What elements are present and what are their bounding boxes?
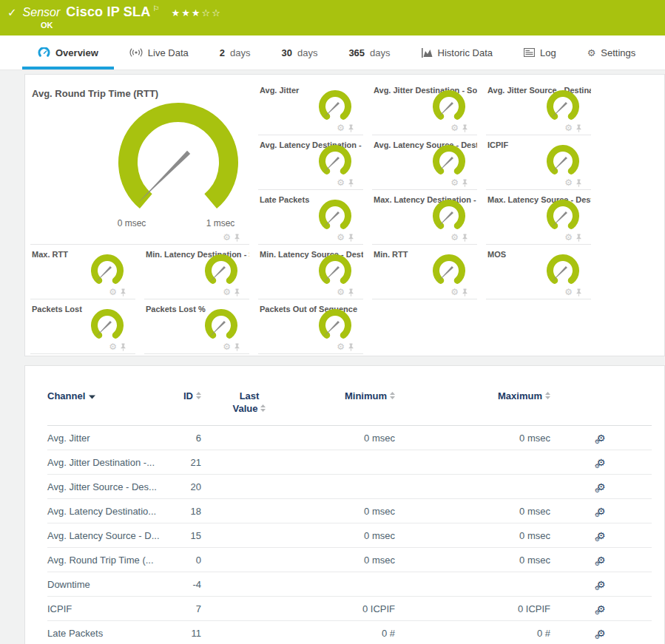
edit-channel-icon[interactable]: ⚙⚙ (597, 628, 606, 639)
panel-gear-icon[interactable]: ⚙ (564, 233, 573, 242)
channel-name: Avg. Jitter (47, 426, 177, 450)
channel-minimum (297, 475, 395, 499)
panel-actions: ⚙ (337, 178, 354, 187)
tab-2-days-number: 2 (220, 47, 225, 58)
gauge-panel-avg-latency-dest-source: Avg. Latency Destination - So... ⚙ (258, 135, 363, 190)
sensor-title-text: Cisco IP SLA (66, 4, 150, 19)
edit-channel-icon[interactable]: ⚙⚙ (597, 555, 606, 566)
priority-stars[interactable]: ★★★☆☆ (172, 7, 222, 18)
panel-pin-icon[interactable] (348, 234, 354, 242)
panel-pin-icon[interactable] (234, 234, 240, 242)
gauge-icon (38, 47, 50, 58)
channel-maximum: 0 # (395, 621, 550, 644)
panel-gear-icon[interactable]: ⚙ (109, 288, 117, 296)
panel-gear-icon[interactable]: ⚙ (223, 288, 231, 296)
edit-channel-icon[interactable]: ⚙⚙ (597, 457, 606, 468)
sensor-status-badge: OK (41, 21, 53, 30)
panel-pin-icon[interactable] (575, 234, 582, 242)
priority-flag-icon[interactable]: ⚐ (152, 4, 159, 13)
panel-gear-icon[interactable]: ⚙ (337, 233, 345, 242)
table-row: ICPIF 7 0 ICPIF 0 ICPIF ⚙⚙ (47, 597, 652, 621)
edit-channel-icon[interactable]: ⚙⚙ (597, 530, 606, 541)
channel-minimum (297, 450, 395, 475)
table-row: Avg. Latency Source - D... 15 0 msec 0 m… (47, 523, 652, 548)
channel-last-value (201, 450, 297, 475)
channel-last-value (201, 475, 297, 499)
gauge-grid: Avg. Round Trip Time (RTT) 0 msec 1 msec… (25, 75, 664, 354)
panel-pin-icon[interactable] (348, 343, 354, 351)
channel-minimum (297, 572, 395, 597)
channel-id: 20 (177, 475, 201, 499)
tab-historic-data[interactable]: Historic Data (406, 35, 508, 70)
panel-pin-icon[interactable] (348, 179, 354, 187)
panel-pin-icon[interactable] (348, 288, 354, 296)
panel-gear-icon[interactable]: ⚙ (337, 123, 345, 132)
panel-gear-icon[interactable]: ⚙ (337, 178, 345, 187)
tab-log[interactable]: Log (508, 35, 572, 70)
gauge-chart (314, 254, 356, 290)
panel-actions: ⚙ (223, 233, 240, 242)
gauge-panel-mos: MOS ⚙ (486, 245, 591, 299)
panel-gear-icon[interactable]: ⚙ (564, 288, 573, 296)
column-header-channel[interactable]: Channel (47, 385, 177, 426)
panel-pin-icon[interactable] (462, 179, 468, 187)
panel-gear-icon[interactable]: ⚙ (564, 178, 573, 187)
panel-gear-icon[interactable]: ⚙ (450, 288, 459, 296)
panel-pin-icon[interactable] (234, 288, 240, 296)
edit-channel-icon[interactable]: ⚙⚙ (597, 433, 606, 444)
panel-gear-icon[interactable]: ⚙ (109, 342, 117, 351)
panel-pin-icon[interactable] (575, 179, 582, 187)
edit-channel-icon[interactable]: ⚙⚙ (597, 506, 606, 517)
column-header-last-value[interactable]: Last Value (201, 385, 297, 426)
panel-gear-icon[interactable]: ⚙ (223, 233, 231, 242)
panel-pin-icon[interactable] (234, 343, 240, 351)
tab-live-data[interactable]: Live Data (114, 35, 204, 70)
panel-pin-icon[interactable] (462, 288, 468, 296)
channel-last-value (201, 572, 297, 597)
tab-overview[interactable]: Overview (22, 35, 114, 70)
column-header-minimum[interactable]: Minimum (297, 385, 395, 426)
edit-channel-icon[interactable]: ⚙⚙ (597, 481, 606, 492)
column-header-minimum-label: Minimum (345, 390, 387, 401)
gauge-chart (542, 200, 584, 235)
edit-channel-icon[interactable]: ⚙⚙ (597, 603, 606, 614)
tab-settings[interactable]: ⚙ Settings (572, 35, 652, 70)
column-header-actions (550, 385, 652, 426)
gauge-panel-max-latency-source-dest: Max. Latency Source - Destin... ⚙ (486, 190, 591, 245)
panel-actions: ⚙ (109, 288, 126, 296)
panel-pin-icon[interactable] (575, 124, 582, 132)
panel-pin-icon[interactable] (575, 288, 582, 296)
channel-id: 11 (177, 621, 201, 644)
column-header-id[interactable]: ID (177, 385, 201, 426)
channel-minimum: 0 msec (297, 548, 395, 572)
panel-gear-icon[interactable]: ⚙ (337, 288, 345, 296)
panel-gear-icon[interactable]: ⚙ (450, 123, 459, 132)
panel-gear-icon[interactable]: ⚙ (450, 233, 459, 242)
channel-id: 15 (177, 523, 201, 548)
channel-id: -4 (177, 572, 201, 597)
channel-last-value (201, 499, 297, 523)
panel-gear-icon[interactable]: ⚙ (564, 123, 573, 132)
panel-pin-icon[interactable] (462, 124, 468, 132)
gauge-panel-max-rtt: Max. RTT ⚙ (30, 245, 135, 299)
panel-pin-icon[interactable] (462, 234, 468, 242)
panel-gear-icon[interactable]: ⚙ (223, 342, 231, 351)
panel-pin-icon[interactable] (120, 288, 126, 296)
column-header-maximum-label: Maximum (498, 390, 542, 401)
panel-gear-icon[interactable]: ⚙ (337, 342, 345, 351)
tab-30-days[interactable]: 30 days (266, 35, 333, 70)
gauge-panel-avg-latency-source-dest: Avg. Latency Source - Destin... ⚙ (372, 135, 477, 190)
panel-gear-icon[interactable]: ⚙ (450, 178, 459, 187)
panel-pin-icon[interactable] (120, 343, 126, 351)
gauge-chart (200, 254, 242, 290)
channel-maximum (395, 475, 550, 499)
edit-channel-icon[interactable]: ⚙⚙ (597, 579, 606, 590)
live-signal-icon (129, 48, 143, 57)
tab-log-label: Log (540, 47, 556, 58)
panel-pin-icon[interactable] (348, 124, 354, 132)
gauge-chart (542, 90, 584, 126)
tab-2-days[interactable]: 2 days (204, 35, 266, 70)
column-header-maximum[interactable]: Maximum (395, 385, 550, 426)
column-header-id-label: ID (183, 390, 193, 401)
tab-365-days[interactable]: 365 days (333, 35, 405, 70)
